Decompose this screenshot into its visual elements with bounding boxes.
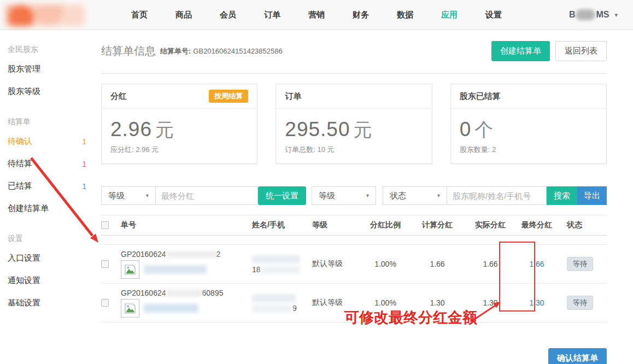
user-name-prefix: B (569, 10, 576, 20)
back-to-list-button[interactable]: 返回列表 (555, 41, 607, 61)
sidebar-item-basic-settings[interactable]: 基础设置 (0, 292, 98, 314)
batch-set-button[interactable]: 统一设置 (258, 186, 306, 205)
sidebar-item-shareholder-level[interactable]: 股东等级 (0, 80, 98, 103)
status-filter-select[interactable]: 状态 ▼ (383, 186, 447, 205)
chevron-down-icon: ▾ (614, 11, 618, 19)
order-number-suffix: 60895 (202, 289, 224, 297)
sidebar-item-pending-settle[interactable]: 待结算 1 (0, 152, 98, 175)
col-actual-dividend: 实际分红 (464, 220, 517, 230)
final-dividend-editable[interactable]: 1.30 (529, 298, 544, 307)
sidebar-item-entry-settings[interactable]: 入口设置 (0, 247, 98, 269)
level-cell: 默认等级 (312, 259, 360, 269)
sidebar-section-shareholders: 全民股东 (0, 31, 98, 58)
nav-orders[interactable]: 订单 (264, 10, 280, 20)
export-button[interactable]: 导出 (577, 186, 607, 205)
table-spacer (101, 236, 607, 245)
nav-members[interactable]: 会员 (220, 10, 236, 20)
count-badge: 1 (82, 182, 86, 191)
nav-products[interactable]: 商品 (175, 10, 192, 20)
card-unit: 个 (474, 119, 493, 140)
confirm-settlement-button[interactable]: 确认结算单 (548, 348, 607, 364)
status-badge: 等待 (567, 296, 593, 310)
phone-partial: 18 (252, 265, 261, 274)
ratio-cell: 1.00% (360, 298, 411, 307)
sidebar-item-settled[interactable]: 已结算 1 (0, 175, 98, 197)
nav-finance[interactable]: 财务 (353, 10, 369, 20)
search-button[interactable]: 搜索 (547, 186, 577, 205)
settlement-no-label: 结算单号: (160, 46, 191, 56)
count-badge: 1 (82, 137, 86, 146)
nav-apps[interactable]: 应用 (441, 10, 458, 20)
col-final-dividend: 最终分红 (517, 220, 557, 230)
count-badge: 1 (82, 160, 86, 168)
col-level: 等级 (312, 220, 360, 230)
card-unit: 元 (354, 119, 372, 140)
sidebar-item-create-settlement[interactable]: 创建结算单 (0, 197, 98, 220)
col-dividend-ratio: 分红比例 (360, 220, 411, 230)
main-content: 结算单信息 结算单号: GB20160624151423852586 创建结算单… (98, 30, 633, 364)
nav-home[interactable]: 首页 (131, 10, 148, 20)
status-badge: 等待 (567, 257, 593, 271)
main-nav: 首页 商品 会员 订单 营销 财务 数据 应用 设置 (131, 10, 530, 20)
sidebar: 全民股东 股东管理 股东等级 结算单 待确认 1 待结算 1 已结算 1 创建结… (0, 31, 98, 364)
sidebar-item-pending-confirm[interactable]: 待确认 1 (0, 130, 98, 152)
order-number-prefix: GP20160624 (121, 289, 166, 297)
sidebar-item-shareholder-management[interactable]: 股东管理 (0, 58, 98, 80)
page-header: 结算单信息 结算单号: GB20160624151423852586 创建结算单… (101, 30, 607, 74)
dividend-card: 分红 按周结算 2.96元 应分红: 2.96 元 (101, 84, 257, 164)
phone-redacted (252, 305, 292, 313)
col-order-no: 单号 (121, 220, 252, 230)
chevron-down-icon: ▼ (145, 193, 150, 198)
filter-toolbar: 等级 ▼ 统一设置 等级 ▼ 状态 ▼ 搜索 导出 (101, 186, 607, 205)
sidebar-item-label: 基础设置 (8, 298, 40, 308)
nav-settings[interactable]: 设置 (485, 10, 502, 20)
final-dividend-input[interactable] (156, 186, 258, 205)
create-settlement-button[interactable]: 创建结算单 (491, 41, 550, 61)
table-row: GP2016062460895 9 默认等级 (101, 284, 607, 322)
settlement-no-value: GB20160624151423852586 (193, 47, 282, 55)
final-dividend-editable[interactable]: 1.66 (529, 260, 544, 268)
select-all-checkbox[interactable] (101, 221, 109, 229)
broken-image-icon (124, 302, 137, 315)
sidebar-item-notify-settings[interactable]: 通知设置 (0, 269, 98, 292)
level-filter-value: 等级 (319, 191, 335, 201)
card-title: 订单 (285, 91, 301, 102)
nickname-redacted (144, 304, 198, 313)
weekly-settle-badge: 按周结算 (209, 90, 248, 103)
order-number-prefix: GP20160624 (121, 250, 166, 259)
sidebar-item-label: 待确认 (8, 136, 32, 146)
shareholder-search-input[interactable] (447, 186, 547, 205)
sidebar-item-label: 股东管理 (8, 64, 40, 74)
broken-image-icon (124, 263, 137, 276)
top-navigation-bar: 首页 商品 会员 订单 营销 财务 数据 应用 设置 B MS ▾ (0, 0, 633, 30)
settled-shareholders-card: 股东已结算 0个 股东数量: 2 (450, 84, 607, 164)
sidebar-section-settings: 设置 (0, 220, 98, 247)
level-select[interactable]: 等级 ▼ (101, 186, 156, 205)
app-logo[interactable] (5, 4, 85, 26)
nav-marketing[interactable]: 营销 (308, 10, 325, 20)
table-header-row: 单号 姓名/手机 等级 分红比例 计算分红 实际分红 最终分红 状态 (101, 215, 607, 236)
card-value: 0 (460, 118, 472, 140)
card-subtitle: 订单总数: 10 元 (285, 145, 423, 155)
level-select-value: 等级 (108, 191, 125, 201)
sidebar-item-label: 股东等级 (8, 86, 40, 97)
nickname-redacted (144, 265, 207, 274)
level-cell: 默认等级 (312, 298, 360, 308)
name-redacted (252, 294, 296, 302)
card-value: 295.50 (285, 118, 350, 140)
card-subtitle: 应分红: 2.96 元 (110, 145, 248, 155)
nav-data[interactable]: 数据 (397, 10, 413, 20)
user-name-redacted (576, 9, 595, 20)
page-footer: 确认结算单 (101, 348, 607, 364)
sidebar-item-label: 通知设置 (8, 275, 40, 286)
col-calculated-dividend: 计算分红 (411, 220, 464, 230)
level-filter-select[interactable]: 等级 ▼ (312, 186, 376, 205)
user-menu[interactable]: B MS ▾ (569, 9, 618, 20)
calculated-dividend-cell: 1.30 (411, 298, 464, 307)
row-checkbox[interactable] (101, 299, 109, 307)
sidebar-section-settlements: 结算单 (0, 103, 98, 130)
order-number-redacted (166, 290, 202, 297)
table-row: GP201606242 18 默认等级 (101, 245, 607, 284)
card-unit: 元 (155, 119, 174, 140)
row-checkbox[interactable] (101, 260, 109, 268)
